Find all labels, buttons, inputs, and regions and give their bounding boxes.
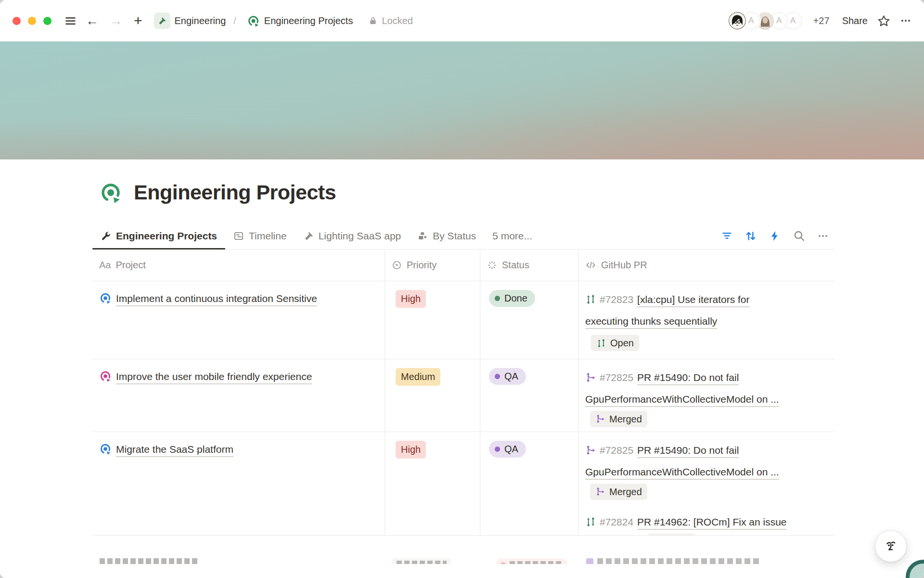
more-options-icon[interactable] xyxy=(900,15,911,26)
search-icon[interactable] xyxy=(791,228,807,244)
pr-merged-icon xyxy=(585,445,596,456)
project-title-link[interactable]: Improve the user mobile friendly experie… xyxy=(99,371,312,382)
tab-timeline[interactable]: Timeline xyxy=(225,223,295,249)
status-pill[interactable]: QA xyxy=(489,368,526,385)
pr-state-label: Merged xyxy=(609,413,642,425)
cell-project: Improve the user mobile friendly experie… xyxy=(92,359,385,432)
priority-badge[interactable]: High xyxy=(396,441,426,459)
window-controls xyxy=(13,17,51,25)
pr-mention: #72825PR #15490: Do not fail GpuPerforma… xyxy=(585,439,787,504)
table-row: Improve the user mobile friendly experie… xyxy=(92,359,835,432)
pr-state-badge[interactable]: Open xyxy=(591,335,639,351)
column-label: Status xyxy=(502,260,529,271)
bottom-strip xyxy=(92,536,835,564)
view-actions xyxy=(719,228,835,244)
project-title-link[interactable]: Migrate the SaaS platform xyxy=(99,444,233,455)
partial-next-row xyxy=(92,558,835,564)
breadcrumb-team[interactable]: Engineering xyxy=(154,13,226,29)
board-icon xyxy=(417,231,428,241)
page-target-icon xyxy=(99,181,122,204)
pr-number: #72825 xyxy=(600,445,633,456)
locked-toggle[interactable]: Locked xyxy=(368,15,413,26)
page-content: Engineering Projects Engineering Project… xyxy=(92,181,835,564)
breadcrumb-page[interactable]: Engineering Projects xyxy=(247,14,353,27)
notion-ai-button[interactable] xyxy=(875,530,907,562)
partial-status-pill xyxy=(496,558,568,564)
avatar-stack[interactable]: A A A xyxy=(728,11,803,30)
table-row: Implement a continuous integration Sensi… xyxy=(92,281,835,359)
minimize-window-button[interactable] xyxy=(28,17,36,25)
new-page-button[interactable]: + xyxy=(132,13,144,29)
cell-priority: Medium xyxy=(385,359,480,432)
view-tabs: Engineering Projects Timeline Lighting S… xyxy=(92,223,835,250)
project-title-link[interactable]: Implement a continuous integration Sensi… xyxy=(99,293,317,304)
status-property-icon xyxy=(487,260,497,270)
forward-button[interactable]: → xyxy=(107,13,124,28)
pr-state-badge[interactable]: Merged xyxy=(590,484,647,500)
project-title-text: Improve the user mobile friendly experie… xyxy=(116,371,312,384)
partial-priority-badge xyxy=(392,558,451,564)
project-title-text: Implement a continuous integration Sensi… xyxy=(116,293,317,306)
table-more-icon[interactable] xyxy=(815,228,831,244)
pr-number: #72823 xyxy=(600,294,633,305)
column-header-status[interactable]: Status xyxy=(480,250,578,281)
status-pill[interactable]: Done xyxy=(489,290,535,307)
share-button[interactable]: Share xyxy=(842,15,868,26)
target-icon xyxy=(247,14,260,27)
breadcrumb-page-label: Engineering Projects xyxy=(264,15,353,26)
partial-project-title xyxy=(100,558,198,564)
cell-project: Migrate the SaaS platform xyxy=(92,432,385,535)
tab-label: Lighting SaaS app xyxy=(319,230,401,242)
pr-open-icon xyxy=(585,294,596,305)
cell-github-pr: #72825PR #15490: Do not fail GpuPerforma… xyxy=(578,359,835,432)
pr-mention: #72824PR #14962: [ROCm] Fix an issue wit… xyxy=(585,511,787,536)
back-button[interactable]: ← xyxy=(84,13,101,28)
avatar[interactable] xyxy=(728,11,747,30)
text-property-icon: Aa xyxy=(99,260,111,271)
pr-mention: #72823[xla:cpu] Use iterators for execut… xyxy=(585,289,787,351)
automations-lightning-icon[interactable] xyxy=(767,228,783,244)
priority-badge[interactable]: High xyxy=(396,290,426,308)
avatar-overflow-count[interactable]: +27 xyxy=(813,15,830,26)
hammer-icon xyxy=(154,13,170,29)
cell-priority: High xyxy=(385,281,480,359)
zoom-window-button[interactable] xyxy=(43,17,51,25)
corner-orb-decoration xyxy=(906,560,924,578)
tab-more-views[interactable]: 5 more... xyxy=(484,223,540,249)
tab-label: Engineering Projects xyxy=(116,230,217,242)
cell-github-pr: #72825PR #15490: Do not fail GpuPerforma… xyxy=(578,432,835,535)
tab-label: By Status xyxy=(433,230,476,242)
sort-icon[interactable] xyxy=(743,228,759,244)
status-label: Done xyxy=(504,293,527,304)
tab-by-status[interactable]: By Status xyxy=(409,223,484,249)
priority-badge[interactable]: Medium xyxy=(396,368,440,386)
cell-status: QA xyxy=(480,359,578,432)
column-label: Project xyxy=(116,260,145,271)
pr-state-badge[interactable]: Merged xyxy=(590,411,647,427)
column-header-github-pr[interactable]: GitHub PR xyxy=(578,250,835,281)
project-title-text: Migrate the SaaS platform xyxy=(116,444,233,457)
pr-number: #72824 xyxy=(600,516,633,527)
title-row: Engineering Projects xyxy=(99,181,835,204)
page-cover xyxy=(0,41,924,159)
column-header-priority[interactable]: Priority xyxy=(385,250,480,281)
sidebar-menu-icon[interactable] xyxy=(64,14,77,27)
column-label: GitHub PR xyxy=(601,260,647,271)
column-label: Priority xyxy=(407,260,436,271)
wrench-icon xyxy=(101,231,111,241)
tab-engineering-projects[interactable]: Engineering Projects xyxy=(92,223,225,249)
column-header-project[interactable]: Aa Project xyxy=(92,250,385,281)
pr-state-label: Merged xyxy=(609,486,642,498)
tab-label: Timeline xyxy=(249,230,287,242)
tab-lighting-saas-app[interactable]: Lighting SaaS app xyxy=(295,223,410,249)
filter-icon[interactable] xyxy=(719,228,735,244)
close-window-button[interactable] xyxy=(13,17,21,25)
notion-face-icon xyxy=(883,538,899,554)
favorite-star-icon[interactable] xyxy=(877,14,890,27)
topbar-left: ← → + Engineering / Engineering Projects… xyxy=(13,13,728,29)
target-icon xyxy=(99,370,112,382)
partial-pr-mention xyxy=(586,558,759,564)
status-pill[interactable]: QA xyxy=(489,441,526,458)
cell-github-pr: #72823[xla:cpu] Use iterators for execut… xyxy=(578,281,835,359)
status-dot xyxy=(495,374,500,379)
